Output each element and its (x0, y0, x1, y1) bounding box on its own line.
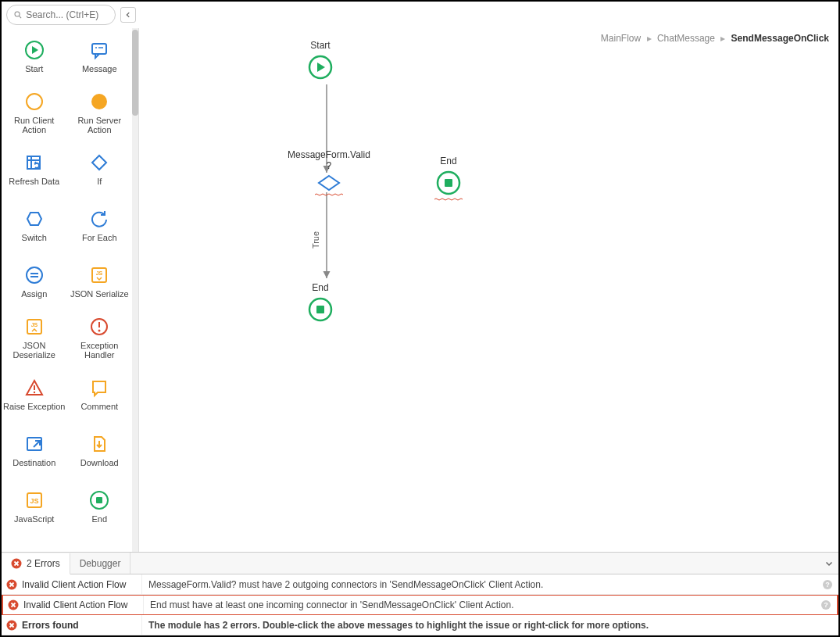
bottom-panel: 2 Errors Debugger Invalid Client Action … (2, 552, 838, 635)
tool-label: Switch (22, 233, 47, 242)
flow-node-if[interactable]: MessageForm.Valid ? (288, 149, 370, 196)
help-icon[interactable]: ? (822, 579, 833, 590)
tool-download[interactable]: Download (67, 422, 133, 478)
tool-label: If (97, 177, 102, 186)
svg-marker-38 (317, 63, 325, 72)
tool-label: JSON Deserialize (3, 341, 66, 360)
if-icon (317, 174, 341, 191)
tool-if[interactable]: If (67, 141, 133, 197)
top-bar (2, 2, 838, 28)
run-server-action-icon (88, 91, 110, 113)
search-box[interactable] (6, 5, 116, 25)
error-squiggle-icon (434, 198, 463, 201)
tool-label: Destination (13, 458, 55, 467)
tool-raise-exception[interactable]: Raise Exception (2, 366, 67, 422)
end-icon (307, 296, 334, 323)
flow-node-end-1[interactable]: End (307, 282, 334, 323)
tool-label: Start (25, 64, 43, 73)
start-icon (307, 54, 334, 81)
tab-errors[interactable]: 2 Errors (2, 553, 70, 574)
error-icon (8, 599, 19, 610)
error-row[interactable]: Invalid Client Action Flow End must have… (2, 595, 838, 615)
tool-refresh-data[interactable]: Refresh Data (2, 141, 67, 197)
tool-javascript[interactable]: JS JavaScript (2, 478, 67, 535)
tool-end[interactable]: End (67, 478, 133, 535)
error-message: MessageForm.Valid? must have 2 outgoing … (142, 579, 817, 590)
svg-marker-14 (27, 213, 41, 225)
toolbox-scrollbar[interactable] (132, 28, 138, 552)
tool-json-serialize[interactable]: JS JSON Serialize (67, 253, 133, 310)
start-icon (23, 39, 45, 61)
flow-node-end-2[interactable]: End (434, 156, 463, 201)
tab-label: 2 Errors (27, 558, 60, 569)
message-icon (88, 39, 110, 61)
javascript-icon: JS (23, 489, 45, 511)
svg-point-0 (15, 12, 20, 16)
if-icon (88, 152, 110, 174)
svg-marker-5 (95, 54, 99, 58)
tool-json-deserialize[interactable]: JS JSON Deserialize (2, 310, 67, 366)
tool-comment[interactable]: Comment (67, 366, 133, 422)
collapse-sidebar-button[interactable] (120, 7, 136, 23)
svg-point-15 (27, 267, 42, 283)
main-area: Start Message Run Client Action (2, 28, 838, 552)
collapse-panel-button[interactable] (820, 559, 838, 568)
tool-label: Refresh Data (9, 177, 59, 186)
error-icon (6, 579, 17, 590)
tool-label: Assign (21, 289, 47, 299)
svg-point-27 (34, 392, 35, 393)
scrollbar-thumb[interactable] (132, 30, 138, 116)
svg-point-8 (27, 94, 42, 109)
flow-svg (139, 28, 838, 552)
tool-exception-handler[interactable]: Exception Handler (67, 310, 133, 366)
svg-rect-41 (316, 306, 324, 313)
tool-label: Exception Handler (69, 341, 131, 360)
error-summary-row[interactable]: Errors found The module has 2 errors. Do… (2, 615, 838, 635)
tool-label: Run Client Action (3, 116, 66, 134)
tool-run-server-action[interactable]: Run Server Action (67, 84, 133, 141)
search-input[interactable] (26, 9, 109, 20)
tool-destination[interactable]: Destination (2, 422, 67, 478)
flow-canvas[interactable]: MainFlow ▸ ChatMessage ▸ SendMessageOnCl… (139, 28, 838, 552)
svg-line-29 (34, 441, 40, 447)
svg-rect-43 (445, 179, 452, 187)
svg-text:JS: JS (96, 270, 103, 276)
help-icon[interactable]: ? (820, 599, 831, 610)
tab-debugger[interactable]: Debugger (70, 553, 131, 574)
error-title: Invalid Client Action Flow (23, 599, 127, 610)
error-row[interactable]: Invalid Client Action Flow MessageForm.V… (2, 574, 838, 595)
error-title: Errors found (22, 620, 79, 631)
comment-icon (88, 377, 110, 399)
tool-label: Comment (80, 402, 118, 411)
node-label: MessageForm.Valid ? (288, 149, 370, 171)
tool-for-each[interactable]: For Each (67, 197, 133, 253)
destination-icon (23, 433, 45, 455)
svg-line-1 (20, 16, 22, 19)
tool-label: JavaScript (14, 514, 54, 524)
assign-icon (23, 264, 45, 286)
svg-point-6 (95, 47, 97, 48)
flow-node-start[interactable]: Start (307, 40, 334, 81)
svg-text:JS: JS (30, 497, 38, 505)
tool-message[interactable]: Message (67, 28, 133, 84)
error-squiggle-icon (315, 193, 343, 196)
tool-label: For Each (82, 233, 117, 242)
error-icon (11, 558, 22, 569)
tool-start[interactable]: Start (2, 28, 67, 84)
svg-marker-3 (32, 46, 38, 54)
for-each-icon (88, 208, 110, 230)
tool-label: JSON Serialize (70, 289, 129, 299)
refresh-data-icon (23, 152, 45, 174)
bottom-tabs: 2 Errors Debugger (2, 553, 838, 574)
end-icon (88, 489, 110, 511)
switch-icon (23, 208, 45, 230)
tool-run-client-action[interactable]: Run Client Action (2, 84, 67, 141)
tool-switch[interactable]: Switch (2, 197, 67, 253)
tool-assign[interactable]: Assign (2, 253, 67, 310)
svg-point-9 (91, 94, 107, 109)
tool-label: Download (80, 458, 119, 467)
run-client-action-icon (23, 91, 45, 113)
end-icon (435, 170, 462, 196)
error-message: The module has 2 errors. Double-click th… (142, 620, 817, 631)
exception-handler-icon (88, 316, 110, 338)
